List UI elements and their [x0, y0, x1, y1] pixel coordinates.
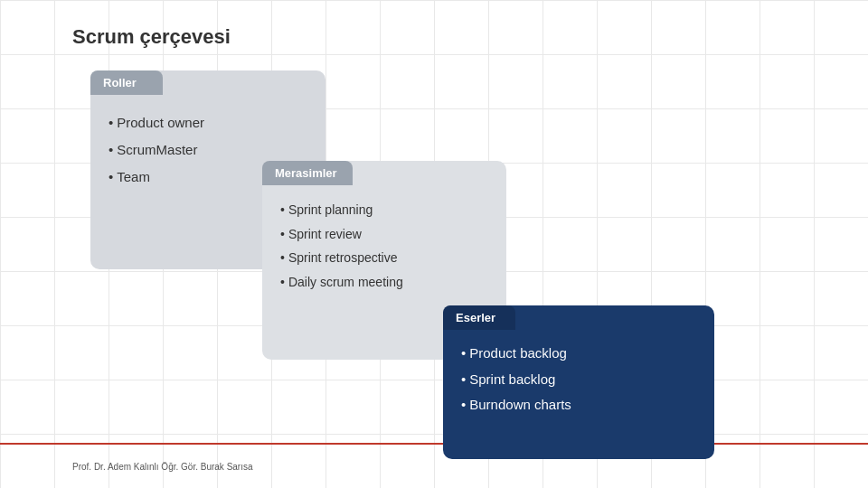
bottom-divider — [0, 443, 868, 445]
card-merasimler-header: Merasimler — [262, 161, 353, 185]
merasimler-item-1: Sprint planning — [280, 198, 488, 222]
merasimler-item-4: Daily scrum meeting — [280, 270, 488, 295]
merasimler-item-2: Sprint review — [280, 222, 488, 247]
eserler-item-3: Burndown charts — [461, 392, 696, 418]
eserler-item-2: Sprint backlog — [461, 367, 696, 393]
eserler-item-1: Product backlog — [461, 341, 696, 367]
card-merasimler-body: Sprint planning Sprint review Sprint ret… — [262, 185, 506, 306]
merasimler-item-3: Sprint retrospective — [280, 246, 488, 270]
footer-text: Prof. Dr. Adem Kalınlı Öğr. Gör. Burak S… — [72, 462, 253, 472]
roller-item-1: Product owner — [108, 109, 307, 136]
page-title: Scrum çerçevesi — [72, 25, 231, 49]
main-content: Scrum çerçevesi Roller Product owner Scr… — [0, 0, 868, 488]
card-roller-header: Roller — [90, 70, 163, 95]
card-eserler-header: Eserler — [443, 305, 515, 330]
card-eserler: Eserler Product backlog Sprint backlog B… — [443, 305, 714, 459]
card-eserler-body: Product backlog Sprint backlog Burndown … — [443, 330, 714, 429]
roller-item-2: ScrumMaster — [108, 136, 307, 164]
